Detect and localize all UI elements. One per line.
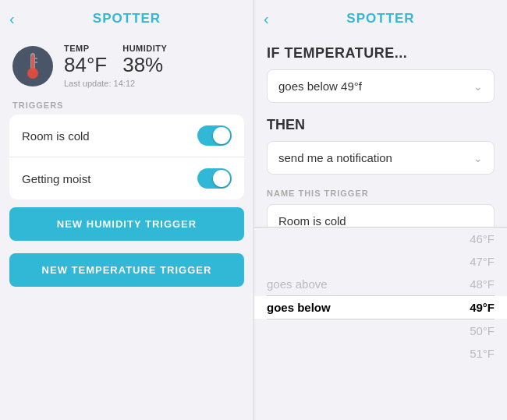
right-title: SPOTTER — [346, 11, 414, 26]
humidity-group: HUMIDITY 38% — [122, 44, 167, 77]
right-header: ‹ SPOTTER — [254, 0, 507, 34]
picker-row[interactable]: 51°F — [254, 342, 507, 365]
condition-dropdown[interactable]: goes below 49°f ⌄ — [267, 69, 495, 103]
right-back-button[interactable]: ‹ — [264, 10, 269, 28]
trigger-item[interactable]: Getting moist — [9, 157, 244, 199]
sensor-area: TEMP 84°F HUMIDITY 38% Last update: 14:1… — [0, 34, 254, 91]
temp-label: TEMP — [64, 44, 107, 53]
picker-area: 46°F 47°F goes above 48°F goes below 49°… — [254, 227, 507, 420]
if-label: IF TEMPERATURE... — [267, 34, 495, 69]
trigger-name-input[interactable] — [267, 204, 495, 227]
left-back-button[interactable]: ‹ — [9, 10, 15, 28]
right-panel: ‹ SPOTTER IF TEMPERATURE... goes below 4… — [254, 0, 507, 420]
chevron-down-icon: ⌄ — [473, 152, 483, 164]
picker-right: 50°F — [470, 324, 495, 337]
chevron-down-icon: ⌄ — [473, 80, 483, 93]
action-dropdown[interactable]: send me a notification ⌄ — [267, 141, 495, 175]
picker-left: goes above — [267, 277, 328, 291]
right-content: IF TEMPERATURE... goes below 49°f ⌄ THEN… — [254, 34, 507, 227]
condition-value: goes below 49°f — [278, 79, 362, 93]
picker-right: 46°F — [470, 232, 495, 245]
picker-row[interactable]: 46°F — [254, 228, 507, 250]
picker-right: 51°F — [470, 347, 495, 360]
action-value: send me a notification — [278, 151, 392, 164]
picker-row[interactable]: 47°F — [254, 250, 507, 273]
picker-right: 47°F — [470, 255, 495, 268]
humidity-label: HUMIDITY — [122, 44, 167, 53]
svg-rect-1 — [31, 55, 34, 69]
picker-row[interactable]: goes above 48°F — [254, 273, 507, 295]
thermometer-icon — [12, 46, 53, 86]
svg-point-2 — [27, 68, 38, 79]
picker-left-active: goes below — [267, 301, 331, 314]
picker-row[interactable]: 50°F — [254, 319, 507, 342]
temp-group: TEMP 84°F — [64, 44, 107, 77]
left-header: ‹ SPOTTER — [0, 0, 254, 34]
left-panel: ‹ SPOTTER TEMP 84°F HUMIDITY 38% — [0, 0, 254, 420]
picker-right: 48°F — [470, 277, 495, 291]
trigger-item[interactable]: Room is cold — [9, 115, 244, 157]
temp-value: 84°F — [64, 53, 107, 77]
last-update: Last update: 14:12 — [64, 79, 167, 88]
triggers-section-label: TRIGGERS — [0, 91, 254, 115]
trigger-toggle[interactable] — [197, 125, 232, 146]
trigger-toggle[interactable] — [197, 168, 232, 189]
name-trigger-label: NAME THIS TRIGGER — [267, 185, 495, 204]
sensor-readings: TEMP 84°F HUMIDITY 38% Last update: 14:1… — [64, 44, 167, 88]
sensor-values: TEMP 84°F HUMIDITY 38% — [64, 44, 167, 77]
picker-right-active: 49°F — [470, 301, 495, 314]
humidity-value: 38% — [122, 53, 167, 77]
then-label: THEN — [267, 114, 495, 141]
trigger-list: Room is cold Getting moist — [9, 115, 244, 199]
picker-row-selected[interactable]: goes below 49°F — [254, 296, 507, 319]
new-humidity-trigger-button[interactable]: NEW HUMIDITY TRIGGER — [9, 207, 244, 241]
new-temperature-trigger-button[interactable]: NEW TEMPERATURE TRIGGER — [9, 253, 244, 287]
left-title: SPOTTER — [93, 11, 161, 26]
trigger-name: Room is cold — [22, 129, 90, 143]
trigger-name: Getting moist — [22, 172, 90, 185]
